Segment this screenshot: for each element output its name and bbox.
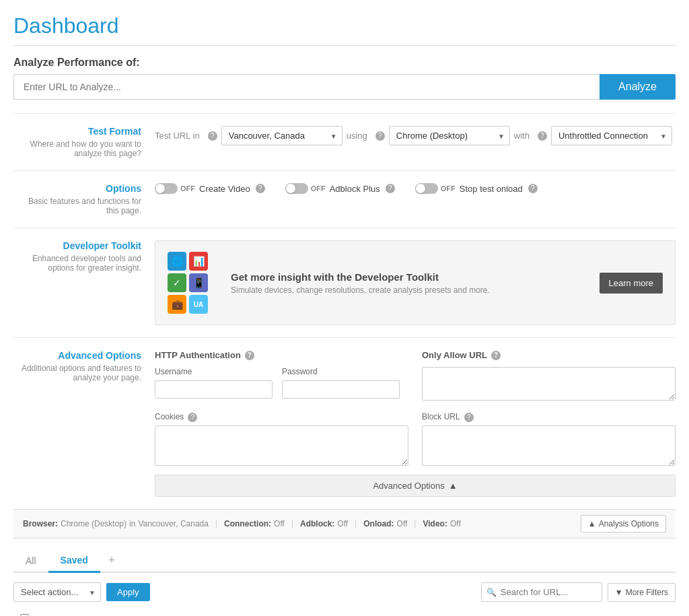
test-url-help-icon[interactable]: ? [208, 131, 217, 141]
stop-test-option: OFF Stop test onload ? [415, 183, 538, 194]
create-video-off-label: OFF [180, 184, 195, 193]
select-action-dropdown[interactable]: Select action... [13, 582, 101, 602]
password-input[interactable] [282, 380, 400, 399]
location-status-value: Vancouver, Canada [138, 519, 209, 528]
status-bar: Browser: Chrome (Desktop) in Vancouver, … [13, 509, 676, 539]
developer-toolkit-desc: Enhanced developer tools and options for… [13, 254, 141, 273]
th-url: URL [36, 610, 95, 616]
block-url-label: Block URL [422, 412, 460, 421]
http-auth-help-icon[interactable]: ? [245, 351, 254, 360]
cookies-help-icon[interactable]: ? [188, 413, 197, 422]
search-wrap: 🔍 [481, 582, 602, 602]
test-format-section: Test Format Where and how do you want to… [13, 113, 676, 170]
adblock-option: OFF Adblock Plus ? [285, 183, 395, 194]
username-password-group: Username Password [155, 367, 408, 403]
tab-add-button[interactable]: + [100, 549, 124, 572]
cookies-input[interactable] [155, 425, 408, 466]
analysis-options-label: Analysis Options [599, 519, 659, 528]
adv-row-2: Cookies ? Block URL ? [155, 412, 676, 468]
toolkit-bar-icon: 📊 [189, 252, 208, 271]
only-allow-help-icon[interactable]: ? [491, 351, 501, 360]
toolkit-ua-icon: UA [189, 295, 208, 314]
more-filters-button[interactable]: ▼ More Filters [608, 583, 676, 602]
th-checkbox [13, 610, 36, 616]
toolkit-phone-icon: 📱 [189, 273, 208, 292]
only-allow-url-label: Only Allow URL [422, 350, 487, 360]
select-action-wrap: Select action... [13, 582, 101, 602]
advanced-fields: HTTP Authentication ? Only Allow URL ? [155, 350, 676, 497]
adblock-toggle-knob [286, 184, 295, 193]
cookies-header: Cookies ? [155, 412, 408, 423]
adblock-toggle[interactable] [285, 183, 308, 194]
location-select[interactable]: Vancouver, Canada New York, USA London, … [221, 126, 342, 145]
chevron-down-icon: ▼ [615, 588, 623, 597]
chevron-up-icon: ▲ [449, 481, 458, 491]
toolkit-box-desc: Simulate devices, change resolutions, cr… [231, 285, 590, 295]
toolkit-icons: 🌐 📊 ✓ 📱 💼 UA [168, 252, 221, 314]
developer-toolkit-title: Developer Toolkit [13, 240, 141, 251]
browser-label: Browser: [23, 519, 58, 528]
test-format-title: Test Format [13, 126, 141, 137]
pipe-4: | [414, 519, 416, 528]
only-allow-url-input[interactable] [422, 367, 676, 401]
with-help-icon[interactable]: ? [538, 131, 547, 141]
block-url-header: Block URL ? [422, 412, 676, 423]
learn-more-button[interactable]: Learn more [600, 273, 663, 294]
browser-select[interactable]: Chrome (Desktop) Firefox (Desktop) Safar… [389, 126, 510, 145]
url-input[interactable] [13, 74, 600, 100]
analyze-button[interactable]: Analyze [600, 74, 676, 100]
only-allow-url-group [422, 367, 676, 403]
advanced-options-content: HTTP Authentication ? Only Allow URL ? [155, 350, 676, 497]
adv-left-header: HTTP Authentication ? [155, 350, 408, 360]
filters-left: Select action... Apply [13, 582, 150, 602]
developer-toolkit-label: Developer Toolkit Enhanced developer too… [13, 240, 155, 325]
options-title: Options [13, 183, 141, 194]
create-video-toggle-knob [155, 184, 165, 193]
connection-status-value: Off [274, 519, 285, 528]
advanced-options-toggle-button[interactable]: Advanced Options ▲ [155, 475, 676, 497]
connection-select-wrap: Unthrottled Connection Cable DSL [551, 126, 672, 145]
connection-select[interactable]: Unthrottled Connection Cable DSL [551, 126, 672, 145]
th-page-load: PAGE LOAD [193, 610, 311, 616]
stop-test-toggle[interactable] [415, 183, 438, 194]
create-video-toggle-wrap: OFF [155, 183, 195, 194]
search-input[interactable] [481, 582, 602, 602]
with-label: with [514, 131, 530, 141]
chevron-up-icon-2: ▲ [588, 519, 596, 528]
onload-label: Onload: [363, 519, 394, 528]
advanced-options-section: Advanced Options Additional options and … [13, 337, 676, 509]
password-field-group: Password [282, 367, 400, 403]
using-help-icon[interactable]: ? [375, 131, 385, 141]
tab-all[interactable]: All [13, 550, 48, 572]
pipe-3: | [355, 519, 357, 528]
adblock-help-icon[interactable]: ? [386, 184, 395, 193]
block-url-group: Block URL ? [422, 412, 676, 468]
stop-test-help-icon[interactable]: ? [528, 184, 538, 193]
options-content: OFF Create Video ? OFF Adblock Plus ? [155, 183, 676, 215]
create-video-toggle[interactable] [155, 183, 178, 194]
adv-row-1: Username Password [155, 367, 676, 403]
options-section: Options Basic features and functions for… [13, 170, 676, 228]
username-field-group: Username [155, 367, 273, 403]
tabs-section: All Saved + Select action... Apply 🔍 [13, 549, 676, 616]
adblock-off-label: OFF [311, 184, 326, 193]
apply-button[interactable]: Apply [106, 583, 150, 601]
adblock-label: Adblock Plus [330, 184, 380, 194]
analyze-label: Analyze Performance of: [13, 57, 676, 69]
analysis-options-button[interactable]: ▲ Analysis Options [581, 515, 666, 533]
onload-status-value: Off [397, 519, 408, 528]
title-divider [13, 45, 676, 46]
create-video-help-icon[interactable]: ? [256, 184, 265, 193]
pipe-1: | [215, 519, 217, 528]
toolkit-briefcase-icon: 💼 [168, 295, 186, 314]
block-url-help-icon[interactable]: ? [464, 413, 474, 422]
toolkit-text: Get more insight with the Developer Tool… [231, 271, 590, 295]
search-icon: 🔍 [486, 588, 497, 597]
test-url-label: Test URL in [155, 131, 200, 141]
tab-saved[interactable]: Saved [48, 549, 100, 573]
test-format-row: Test URL in ? Vancouver, Canada New York… [155, 126, 676, 145]
video-label: Video: [423, 519, 447, 528]
username-input[interactable] [155, 380, 273, 399]
block-url-input[interactable] [422, 425, 676, 466]
developer-toolkit-content: 🌐 📊 ✓ 📱 💼 UA Get more insight with the D… [155, 240, 676, 325]
